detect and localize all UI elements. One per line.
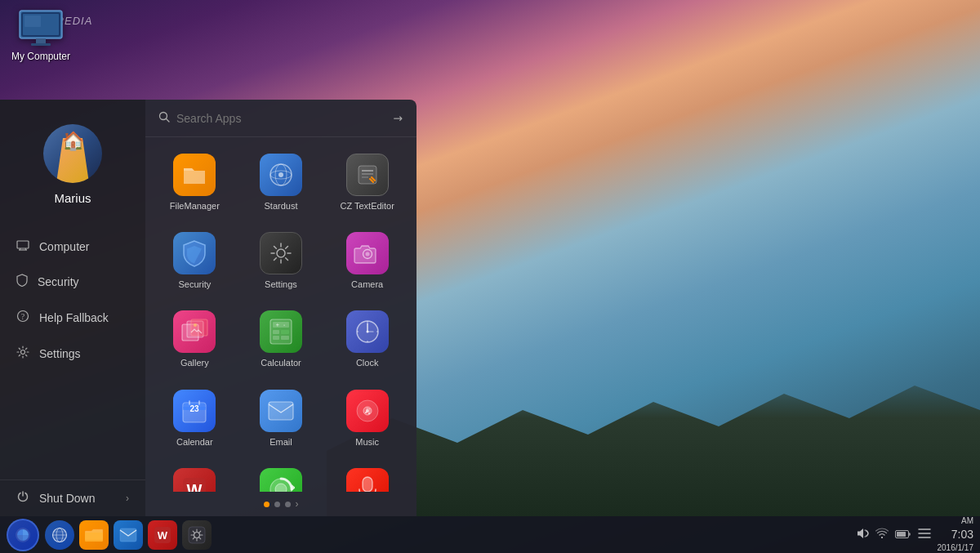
music-app-icon: ♫ [346, 390, 389, 432]
start-logo-icon [14, 526, 32, 544]
calendar-app-icon: 23 [173, 390, 216, 432]
sidebar-item-security[interactable]: Security [0, 264, 145, 300]
svg-text:?: ? [21, 312, 25, 321]
svg-rect-70 [120, 528, 136, 542]
taskbar-globe[interactable] [45, 520, 74, 550]
app-calendar[interactable]: 23 Calendar [154, 381, 236, 456]
app-cztexteditor[interactable]: CZ TextEditor [326, 145, 408, 220]
start-button[interactable] [7, 519, 39, 551]
svg-rect-34 [281, 330, 289, 334]
voicerecorder-app-icon [346, 468, 389, 492]
wifi-icon[interactable] [875, 528, 889, 542]
svg-rect-19 [359, 166, 376, 184]
volume-icon[interactable] [856, 527, 869, 543]
music-app-label: Music [355, 437, 379, 448]
app-gallery[interactable]: Gallery [154, 302, 236, 377]
app-voicerecorder[interactable]: Voice Recorder [326, 460, 408, 492]
settings-app-label: Settings [265, 279, 297, 290]
page-dot-2[interactable] [274, 502, 280, 507]
clock-time: 7:03 [951, 527, 973, 543]
menu-lines-icon[interactable] [918, 528, 931, 542]
sidebar-help-label: Help Fallback [39, 311, 129, 324]
svg-text:23: 23 [190, 404, 200, 413]
app-camera[interactable]: Camera [326, 224, 408, 298]
gallery-app-icon [173, 310, 216, 353]
camera-app-label: Camera [351, 279, 383, 290]
page-next-icon[interactable]: › [296, 498, 299, 510]
svg-rect-3 [24, 16, 41, 27]
app-wpsoffice[interactable]: W WPS Office [154, 460, 236, 492]
stardust-label: Stardust [265, 201, 298, 212]
app-music[interactable]: ♫ Music [326, 381, 408, 456]
sidebar-security-label: Security [38, 275, 129, 288]
search-icon [158, 111, 170, 125]
user-profile[interactable]: Marius [0, 116, 145, 213]
security-app-icon [173, 232, 216, 274]
taskbar-wps[interactable]: W [148, 520, 177, 550]
page-dots: › [145, 492, 416, 516]
svg-rect-4 [36, 38, 46, 43]
app-filemanager[interactable]: FileManager [154, 145, 236, 220]
sidebar-item-computer[interactable]: Computer [0, 230, 145, 264]
svg-rect-5 [31, 43, 51, 46]
clock-display[interactable]: AM 7:03 2016/1/17 [938, 515, 974, 553]
app-email[interactable]: Email [240, 381, 323, 456]
mycomputer-icon [17, 8, 65, 47]
email-app-label: Email [270, 437, 292, 448]
user-name: Marius [54, 191, 91, 205]
svg-line-14 [167, 119, 170, 123]
security-sidebar-icon [16, 274, 28, 290]
svg-point-18 [278, 172, 283, 177]
calculator-app-label: Calculator [261, 358, 301, 368]
gallery-app-label: Gallery [180, 358, 209, 368]
search-input[interactable] [176, 112, 394, 125]
search-bar: ↗ [145, 100, 416, 137]
filemanager-label: FileManager [170, 201, 220, 212]
filemanager-icon [173, 154, 216, 196]
svg-point-41 [367, 321, 368, 323]
sidebar-computer-label: Computer [39, 240, 129, 253]
svg-rect-76 [897, 532, 906, 537]
battery-icon[interactable] [895, 528, 911, 542]
svg-point-59 [275, 484, 287, 492]
sidebar-item-settings[interactable]: Settings [0, 336, 145, 372]
app-calculator[interactable]: + - Calculator [240, 302, 323, 377]
sidebar: Marius Computer Security [0, 100, 145, 516]
taskbar-email[interactable] [114, 520, 143, 550]
sidebar-item-help[interactable]: ? Help Fallback [0, 300, 145, 336]
security-app-label: Security [178, 279, 211, 290]
cztexteditor-label: CZ TextEditor [340, 201, 394, 212]
taskbar-settings[interactable] [182, 520, 212, 550]
clock-ampm: AM [961, 515, 973, 527]
app-clock[interactable]: Clock [326, 302, 408, 377]
clock-date: 2016/1/17 [938, 542, 974, 553]
email-app-icon [260, 390, 302, 432]
stardust-icon [260, 154, 302, 196]
svg-text:W: W [187, 481, 203, 492]
svg-text:♫: ♫ [363, 404, 372, 417]
svg-rect-33 [273, 330, 279, 334]
taskbar-folder[interactable] [79, 520, 109, 550]
app-settings[interactable]: Settings [240, 224, 323, 298]
shutdown-icon [16, 490, 29, 506]
cztexteditor-icon [346, 154, 389, 196]
app-360[interactable]: 360手机助手 [240, 460, 323, 492]
camera-app-icon [346, 232, 389, 274]
svg-marker-60 [292, 484, 295, 491]
computer-icon [16, 239, 29, 254]
svg-rect-35 [273, 336, 279, 340]
sidebar-item-shutdown[interactable]: Shut Down › [0, 479, 145, 516]
svg-rect-51 [269, 402, 293, 420]
page-dot-1[interactable] [264, 502, 270, 507]
app-stardust[interactable]: Stardust [240, 145, 323, 220]
app-security[interactable]: Security [154, 224, 236, 298]
svg-rect-36 [281, 336, 289, 340]
svg-point-23 [277, 249, 285, 257]
apps-panel: ↗ FileManager [145, 100, 416, 516]
mycomputer-desktop-icon[interactable]: My Computer [8, 8, 74, 62]
calculator-app-icon: + - [260, 310, 302, 353]
svg-text:W: W [158, 529, 168, 542]
sidebar-settings-label: Settings [39, 347, 129, 360]
page-dot-3[interactable] [285, 502, 291, 507]
wpsoffice-app-icon: W [173, 468, 216, 492]
